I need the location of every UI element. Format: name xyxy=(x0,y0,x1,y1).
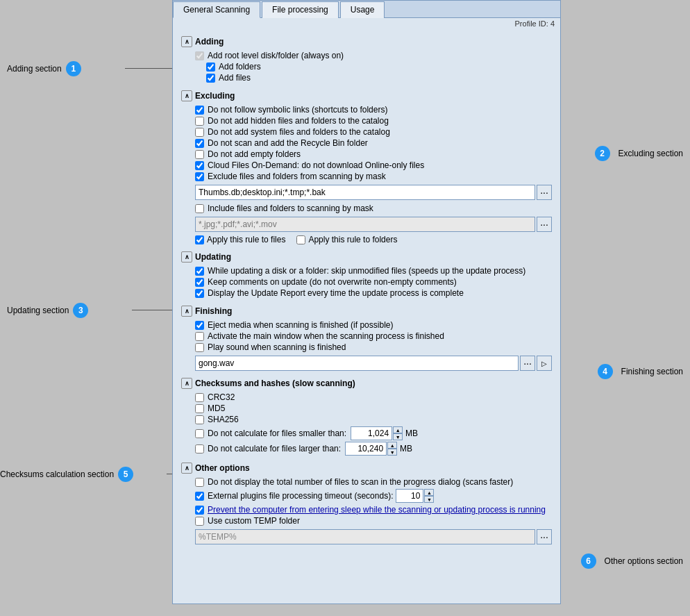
exclude-mask-dots-btn[interactable]: ··· xyxy=(537,185,552,200)
other-label-1: External plugins file processing timeout… xyxy=(208,491,393,501)
excluding-check-1[interactable] xyxy=(195,117,204,126)
updating-check-0[interactable] xyxy=(195,267,204,276)
annotation-excluding: 2 Excluding section xyxy=(595,146,683,161)
timeout-spin-up[interactable]: ▲ xyxy=(424,489,434,496)
tab-bar: General Scanning File processing Usage xyxy=(173,1,560,18)
play-btn[interactable]: ▷ xyxy=(537,356,552,371)
updating-item-0: While updating a disk or a folder: skip … xyxy=(181,265,552,276)
annotation-excluding-label: Excluding section xyxy=(619,149,683,158)
exclude-mask-input[interactable] xyxy=(195,185,535,200)
main-panel: General Scanning File processing Usage P… xyxy=(172,0,561,604)
finishing-item-0: Eject media when scanning is finished (i… xyxy=(181,319,552,331)
checksums-label-0: CRC32 xyxy=(208,392,235,402)
min-size-spin-down[interactable]: ▼ xyxy=(393,433,403,440)
excluding-check-5[interactable] xyxy=(195,161,204,170)
max-size-spin-down[interactable]: ▼ xyxy=(387,449,397,456)
checksums-check-2[interactable] xyxy=(195,415,204,424)
finishing-check-1[interactable] xyxy=(195,332,204,341)
min-size-label: Do not calculate for files smaller than: xyxy=(208,428,346,438)
checksums-check-1[interactable] xyxy=(195,404,204,413)
tab-file-processing[interactable]: File processing xyxy=(262,1,339,18)
other-item-2: Prevent the computer from entering sleep… xyxy=(181,504,552,515)
adding-check-1[interactable] xyxy=(206,63,215,72)
other-label-3: Use custom TEMP folder xyxy=(208,516,300,526)
min-size-row: Do not calculate for files smaller than:… xyxy=(181,426,552,440)
excluding-check-3[interactable] xyxy=(195,139,204,148)
section-checksums-title: Checksums and hashes (slow scanning) xyxy=(195,378,355,388)
min-size-spin-up[interactable]: ▲ xyxy=(393,426,403,433)
annotation-other: 6 Other options section xyxy=(581,553,683,569)
finishing-label-1: Activate the main window when the scanni… xyxy=(208,331,444,341)
adding-label-0: Add root level disk/folder (always on) xyxy=(208,51,344,60)
temp-folder-input[interactable] xyxy=(195,529,535,544)
max-size-spinner: ▲ ▼ xyxy=(345,442,397,456)
other-check-0[interactable] xyxy=(195,478,204,487)
timeout-input[interactable] xyxy=(396,489,423,503)
excluding-check-4[interactable] xyxy=(195,150,204,159)
adding-item-2: Add files xyxy=(181,72,552,83)
excluding-check-6[interactable] xyxy=(195,172,204,181)
min-size-input[interactable] xyxy=(351,426,392,440)
updating-check-2[interactable] xyxy=(195,289,204,298)
apply-folders-check[interactable] xyxy=(296,235,305,244)
adding-check-0[interactable] xyxy=(195,51,204,60)
excluding-check-2[interactable] xyxy=(195,128,204,137)
other-item-1: External plugins file processing timeout… xyxy=(181,489,552,503)
max-size-input[interactable] xyxy=(345,442,387,456)
finishing-check-0[interactable] xyxy=(195,321,204,330)
section-updating-title: Updating xyxy=(195,252,231,262)
adding-item-0: Add root level disk/folder (always on) xyxy=(181,50,552,61)
checksums-item-2: SHA256 xyxy=(181,414,552,425)
include-mask-row: ··· xyxy=(195,217,552,232)
other-check-3[interactable] xyxy=(195,517,204,526)
max-size-spin-up[interactable]: ▲ xyxy=(387,442,397,449)
section-excluding-title: Excluding xyxy=(195,91,235,101)
collapse-updating-btn[interactable]: ∧ xyxy=(181,251,192,263)
apply-folders-label: Apply this rule to folders xyxy=(308,235,397,244)
collapse-finishing-btn[interactable]: ∧ xyxy=(181,306,192,317)
min-size-spinner-btns: ▲ ▼ xyxy=(393,426,403,440)
include-mask-check[interactable] xyxy=(195,204,204,213)
updating-check-1[interactable] xyxy=(195,278,204,287)
max-size-check[interactable] xyxy=(195,444,204,453)
tab-general-scanning[interactable]: General Scanning xyxy=(173,1,260,18)
annotation-finishing: 4 Finishing section xyxy=(598,364,683,379)
checksums-check-0[interactable] xyxy=(195,393,204,402)
adding-label-2: Add files xyxy=(219,73,251,83)
other-check-1[interactable] xyxy=(195,492,204,501)
include-mask-dots-btn[interactable]: ··· xyxy=(537,217,552,232)
min-size-unit: MB xyxy=(405,428,418,438)
checksums-label-2: SHA256 xyxy=(208,415,239,424)
apply-files-check[interactable] xyxy=(195,235,204,244)
badge-2: 2 xyxy=(595,146,610,161)
finishing-check-2[interactable] xyxy=(195,343,204,352)
timeout-spin-down[interactable]: ▼ xyxy=(424,496,434,503)
other-label-0: Do not display the total number of files… xyxy=(208,477,513,487)
other-check-2[interactable] xyxy=(195,506,204,515)
temp-folder-row: ··· xyxy=(195,529,552,544)
excluding-item-6: Exclude files and folders from scanning … xyxy=(181,171,552,182)
section-adding-header: ∧ Adding xyxy=(181,36,552,47)
min-size-spinner: ▲ ▼ xyxy=(351,426,403,440)
updating-label-0: While updating a disk or a folder: skip … xyxy=(208,266,525,276)
collapse-other-btn[interactable]: ∧ xyxy=(181,463,192,474)
include-mask-check-row: Include files and folders to scanning by… xyxy=(181,203,552,214)
excluding-check-0[interactable] xyxy=(195,106,204,115)
include-mask-input[interactable] xyxy=(195,217,535,232)
connector-line-3 xyxy=(132,310,174,310)
annotation-other-label: Other options section xyxy=(605,556,683,566)
sound-file-dots-btn[interactable]: ··· xyxy=(520,356,535,371)
max-size-unit: MB xyxy=(400,444,412,453)
tab-usage[interactable]: Usage xyxy=(340,1,385,18)
temp-folder-dots-btn[interactable]: ··· xyxy=(537,529,552,544)
collapse-excluding-btn[interactable]: ∧ xyxy=(181,90,192,101)
annotation-adding: Adding section 1 xyxy=(7,61,81,76)
adding-check-2[interactable] xyxy=(206,74,215,83)
finishing-label-2: Play sound when scanning is finished xyxy=(208,342,346,352)
collapse-adding-btn[interactable]: ∧ xyxy=(181,36,192,47)
sound-file-input[interactable] xyxy=(195,356,519,371)
include-mask-label: Include files and folders to scanning by… xyxy=(208,203,373,213)
min-size-check[interactable] xyxy=(195,429,204,438)
collapse-checksums-btn[interactable]: ∧ xyxy=(181,378,192,389)
section-other-title: Other options xyxy=(195,463,250,473)
